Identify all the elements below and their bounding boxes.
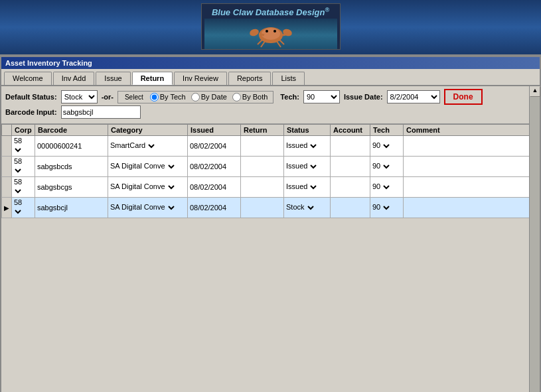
tech-dropdown[interactable]: ▼: [382, 182, 392, 192]
table-row: 58 ▼ 00000600241 SmartCard ▼ 08/02/2004 …: [2, 136, 540, 157]
cell-return[interactable]: [241, 198, 284, 218]
data-table: Corp Barcode Category Issued Return Stat…: [1, 124, 540, 218]
by-date-radio-label[interactable]: By Date: [191, 93, 227, 101]
cell-return[interactable]: [241, 136, 284, 157]
cell-status: Issued ▼: [284, 136, 331, 157]
comment-input[interactable]: [406, 183, 537, 191]
cell-return[interactable]: [241, 157, 284, 177]
svg-line-9: [276, 40, 281, 47]
by-date-radio[interactable]: [191, 93, 200, 101]
select-group-wrap: Select By Tech By Date By Both: [117, 91, 273, 103]
comment-input[interactable]: [406, 204, 537, 212]
corp-dropdown[interactable]: ▼: [14, 206, 23, 217]
status-dropdown[interactable]: ▼: [307, 202, 316, 213]
svg-point-2: [248, 28, 260, 37]
row-indicator: [2, 157, 12, 177]
cat-dropdown[interactable]: ▼: [167, 161, 177, 172]
cell-return[interactable]: [241, 177, 284, 198]
corp-dropdown[interactable]: ▼: [14, 165, 23, 176]
cell-barcode: sabgsbcgs: [35, 177, 108, 198]
cat-dropdown[interactable]: ▼: [147, 141, 157, 151]
barcode-label: Barcode Input:: [5, 108, 57, 116]
svg-line-7: [261, 40, 266, 47]
tech-dropdown[interactable]: ▼: [382, 141, 392, 151]
cell-status: Stock ▼: [284, 198, 331, 218]
tab-return[interactable]: Return: [132, 72, 173, 85]
cell-comment[interactable]: [404, 157, 540, 177]
cell-status: Issued ▼: [284, 157, 331, 177]
tab-lists[interactable]: Lists: [272, 72, 305, 85]
col-tech: Tech: [370, 125, 404, 136]
tech-select[interactable]: 90 91: [303, 90, 340, 103]
by-tech-radio[interactable]: [150, 93, 159, 101]
toolbar-row-1: Default Status: Stock Issued -or- Select…: [5, 89, 536, 105]
scrollbar-right[interactable]: ▲ ▼: [529, 86, 540, 392]
cell-category: SA Digital Conve ▼: [108, 157, 188, 177]
cell-comment[interactable]: [404, 177, 540, 198]
cell-issued: 08/02/2004: [188, 198, 241, 218]
by-both-radio[interactable]: [232, 93, 241, 101]
return-input[interactable]: [243, 163, 281, 170]
account-input[interactable]: [333, 183, 368, 191]
status-dropdown[interactable]: ▼: [309, 182, 319, 192]
cat-dropdown[interactable]: ▼: [167, 202, 177, 213]
col-account: Account: [331, 125, 370, 136]
logo-text: Blue Claw Database Design®: [204, 7, 337, 17]
cat-dropdown[interactable]: ▼: [167, 182, 177, 192]
comment-input[interactable]: [406, 142, 537, 150]
tab-issue[interactable]: Issue: [96, 72, 130, 85]
app-title: Asset Inventory Tracking: [5, 59, 92, 67]
cell-corp: 58 ▼: [12, 198, 35, 218]
row-indicator: [2, 136, 12, 157]
toolbar: Default Status: Stock Issued -or- Select…: [1, 86, 540, 124]
svg-point-11: [273, 30, 276, 33]
tab-reports[interactable]: Reports: [228, 72, 271, 85]
scroll-up-btn[interactable]: ▲: [530, 86, 540, 97]
tech-dropdown[interactable]: ▼: [382, 161, 392, 172]
cell-account[interactable]: [331, 157, 370, 177]
table-container: Corp Barcode Category Issued Return Stat…: [1, 124, 540, 336]
corp-dropdown[interactable]: ▼: [14, 186, 23, 196]
comment-input[interactable]: [406, 163, 537, 170]
barcode-input[interactable]: [61, 105, 141, 119]
cell-account[interactable]: [331, 136, 370, 157]
cell-account[interactable]: [331, 198, 370, 218]
cell-status: Issued ▼: [284, 177, 331, 198]
tab-welcome[interactable]: Welcome: [4, 72, 52, 85]
main-window: Asset Inventory Tracking Welcome Inv Add…: [0, 56, 541, 392]
return-input[interactable]: [243, 183, 281, 191]
cell-category: SA Digital Conve ▼: [108, 177, 188, 198]
cell-barcode: sabgsbcjl: [35, 198, 108, 218]
cell-tech: 90 ▼: [370, 177, 404, 198]
status-dropdown[interactable]: ▼: [309, 141, 319, 151]
by-tech-label: By Tech: [160, 93, 186, 101]
status-dropdown[interactable]: ▼: [309, 161, 319, 172]
cell-issued: 08/02/2004: [188, 157, 241, 177]
col-category: Category: [108, 125, 188, 136]
tab-inv-review[interactable]: Inv Review: [174, 72, 227, 85]
crab-icon: [244, 21, 297, 50]
svg-line-5: [283, 34, 288, 35]
cell-comment[interactable]: [404, 198, 540, 218]
tab-inv-add[interactable]: Inv Add: [53, 72, 95, 85]
by-both-radio-label[interactable]: By Both: [232, 93, 268, 101]
tech-dropdown[interactable]: ▼: [382, 202, 392, 213]
return-input[interactable]: [243, 142, 281, 150]
svg-line-4: [259, 34, 264, 35]
select-group: Select By Tech By Date By Both: [117, 91, 273, 103]
cell-comment[interactable]: [404, 136, 540, 157]
default-status-select[interactable]: Stock Issued: [61, 90, 98, 103]
account-input[interactable]: [333, 163, 368, 170]
issue-date-select[interactable]: 8/2/2004: [387, 90, 440, 103]
cell-account[interactable]: [331, 177, 370, 198]
by-tech-radio-label[interactable]: By Tech: [150, 93, 186, 101]
col-barcode: Barcode: [35, 125, 108, 136]
corp-dropdown[interactable]: ▼: [14, 145, 23, 155]
account-input[interactable]: [333, 142, 368, 150]
cell-category: SmartCard ▼: [108, 136, 188, 157]
col-status: Status: [284, 125, 331, 136]
account-input[interactable]: [333, 204, 368, 212]
done-button[interactable]: Done: [444, 89, 483, 105]
return-input[interactable]: [243, 204, 281, 212]
table-row: 58 ▼ sabgsbcds SA Digital Conve ▼ 08/02/…: [2, 157, 540, 177]
